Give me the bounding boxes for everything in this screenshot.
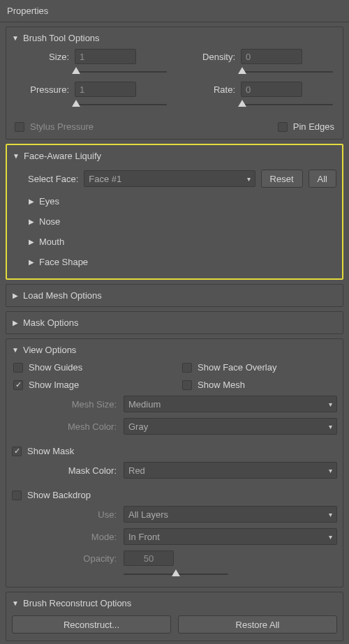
brush-tool-options-header[interactable]: ▼ Brush Tool Options [12, 31, 337, 45]
show-mask-label: Show Mask [27, 446, 74, 456]
disclosure-down-icon: ▼ [12, 599, 19, 607]
mesh-color-label: Mesh Color: [12, 421, 117, 432]
mask-color-dropdown[interactable]: Red ▾ [124, 462, 337, 479]
mesh-size-label: Mesh Size: [12, 399, 117, 410]
chevron-down-icon: ▾ [329, 423, 332, 430]
disclosure-right-icon: ▶ [28, 238, 35, 246]
use-dropdown[interactable]: All Layers ▾ [124, 506, 337, 523]
rate-input[interactable] [241, 82, 302, 97]
size-label: Size: [12, 52, 69, 62]
show-image-label: Show Image [29, 380, 79, 390]
mesh-size-value: Medium [128, 399, 161, 410]
stylus-pressure-checkbox[interactable] [15, 122, 24, 132]
size-slider[interactable] [75, 66, 167, 77]
load-mesh-title: Load Mesh Options [23, 290, 102, 301]
face-shape-label: Face Shape [39, 257, 88, 267]
disclosure-right-icon: ▶ [12, 319, 19, 327]
mask-options-title: Mask Options [23, 317, 78, 328]
nose-subsection[interactable]: ▶ Nose [28, 215, 60, 228]
panel-title: Properties [0, 0, 349, 22]
restore-all-button[interactable]: Restore All [178, 615, 337, 634]
rate-slider[interactable] [241, 99, 333, 110]
disclosure-right-icon: ▶ [28, 218, 35, 225]
pin-edges-label: Pin Edges [293, 121, 334, 132]
show-backdrop-label: Show Backdrop [27, 490, 91, 500]
mask-color-value: Red [128, 465, 145, 476]
mouth-subsection[interactable]: ▶ Mouth [28, 235, 64, 248]
use-label: Use: [12, 509, 117, 520]
brush-tool-options-section: ▼ Brush Tool Options Size: [6, 27, 343, 140]
show-mesh-label: Show Mesh [198, 380, 245, 390]
face-aware-liquify-section: ▼ Face-Aware Liquify Select Face: Face #… [6, 144, 343, 280]
disclosure-right-icon: ▶ [28, 197, 35, 205]
mesh-size-dropdown[interactable]: Medium ▾ [124, 396, 337, 412]
disclosure-right-icon: ▶ [28, 258, 35, 266]
slider-thumb-icon [238, 67, 246, 74]
view-options-section: ▼ View Options Show Guides Show Face Ove… [6, 338, 343, 587]
eyes-subsection[interactable]: ▶ Eyes [28, 195, 59, 208]
all-button[interactable]: All [309, 170, 336, 188]
show-face-overlay-label: Show Face Overlay [198, 362, 276, 373]
show-face-overlay-checkbox[interactable] [182, 363, 192, 373]
mask-color-label: Mask Color: [12, 465, 117, 476]
mode-dropdown[interactable]: In Front ▾ [124, 528, 337, 545]
nose-label: Nose [39, 216, 60, 227]
slider-thumb-icon [238, 100, 246, 107]
view-options-header[interactable]: ▼ View Options [12, 343, 337, 357]
show-guides-checkbox[interactable] [13, 363, 23, 373]
reset-button[interactable]: Reset [261, 170, 303, 188]
brush-tool-title: Brush Tool Options [23, 33, 100, 43]
select-face-value: Face #1 [89, 174, 121, 184]
mesh-color-value: Gray [128, 421, 148, 432]
pressure-label: Pressure: [12, 84, 69, 95]
opacity-slider[interactable] [124, 569, 228, 580]
pin-edges-checkbox[interactable] [278, 122, 288, 132]
disclosure-down-icon: ▼ [13, 152, 20, 160]
opacity-label: Opacity: [12, 553, 117, 564]
mask-options-section: ▶ Mask Options [6, 311, 343, 334]
disclosure-down-icon: ▼ [12, 34, 19, 42]
mode-value: In Front [128, 532, 160, 542]
eyes-label: Eyes [39, 196, 59, 207]
load-mesh-options-section: ▶ Load Mesh Options [6, 284, 343, 307]
select-face-label: Select Face: [28, 174, 78, 184]
chevron-down-icon: ▾ [247, 175, 251, 183]
brush-reconstruct-options-header[interactable]: ▼ Brush Reconstruct Options [12, 597, 337, 610]
view-options-title: View Options [23, 345, 76, 355]
show-backdrop-checkbox[interactable] [12, 491, 22, 500]
mode-label: Mode: [12, 532, 117, 542]
select-face-dropdown[interactable]: Face #1 ▾ [84, 170, 255, 187]
show-mask-checkbox[interactable] [12, 447, 22, 456]
density-slider[interactable] [241, 66, 333, 77]
brush-reconstruct-title: Brush Reconstruct Options [23, 598, 131, 608]
chevron-down-icon: ▾ [329, 467, 332, 474]
density-label: Density: [178, 52, 235, 62]
density-input[interactable] [241, 49, 302, 64]
rate-label: Rate: [178, 84, 235, 95]
mesh-color-dropdown[interactable]: Gray ▾ [124, 418, 337, 435]
face-aware-liquify-header[interactable]: ▼ Face-Aware Liquify [13, 149, 336, 163]
disclosure-right-icon: ▶ [12, 292, 19, 299]
mask-options-header[interactable]: ▶ Mask Options [12, 316, 337, 329]
slider-thumb-icon [72, 67, 80, 74]
face-aware-title: Face-Aware Liquify [24, 151, 101, 161]
chevron-down-icon: ▾ [329, 400, 332, 408]
face-shape-subsection[interactable]: ▶ Face Shape [28, 255, 88, 269]
reconstruct-button[interactable]: Reconstruct... [12, 615, 171, 634]
size-input[interactable] [75, 49, 136, 64]
mouth-label: Mouth [39, 237, 64, 247]
chevron-down-icon: ▾ [329, 511, 332, 518]
pressure-input[interactable] [75, 82, 136, 97]
opacity-input[interactable] [124, 551, 174, 566]
disclosure-down-icon: ▼ [12, 346, 19, 354]
show-image-checkbox[interactable] [13, 380, 23, 390]
brush-reconstruct-options-section: ▼ Brush Reconstruct Options Reconstruct.… [6, 592, 343, 641]
show-guides-label: Show Guides [29, 362, 82, 373]
panel-body: ▼ Brush Tool Options Size: [0, 27, 349, 644]
use-value: All Layers [128, 509, 168, 520]
pressure-slider[interactable] [75, 99, 167, 110]
load-mesh-options-header[interactable]: ▶ Load Mesh Options [12, 289, 337, 302]
show-mesh-checkbox[interactable] [182, 380, 192, 390]
slider-thumb-icon [72, 100, 80, 107]
chevron-down-icon: ▾ [329, 533, 332, 541]
